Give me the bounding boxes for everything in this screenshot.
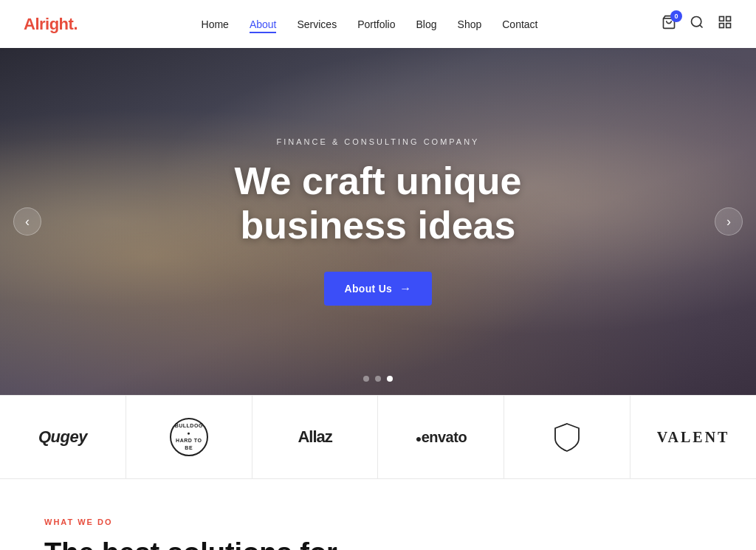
- hero-cta-label: About Us: [345, 283, 393, 295]
- cart-button[interactable]: 0: [662, 15, 676, 33]
- logo-text: Alright: [24, 15, 73, 33]
- slider-dot-1[interactable]: [363, 376, 369, 382]
- partner-logo-envato[interactable]: ●envato: [378, 396, 504, 478]
- nav-icons: 0: [662, 15, 732, 33]
- search-button[interactable]: [690, 15, 704, 33]
- partner-logo-bulldog[interactable]: BULLDOG●HARD TO BE: [126, 396, 252, 478]
- nav-link-home[interactable]: Home: [202, 18, 229, 30]
- hero-content: Finance & Consulting Company We craft un…: [219, 123, 536, 320]
- slider-dot-3[interactable]: [387, 376, 393, 382]
- hero-title-line1: We craft unique: [234, 159, 521, 202]
- shield-logo-icon: [551, 421, 583, 453]
- partner-logo-shield[interactable]: [504, 396, 630, 478]
- nav-item-contact[interactable]: Contact: [502, 18, 537, 31]
- grid-menu-button[interactable]: [718, 15, 732, 33]
- grid-icon: [718, 15, 732, 30]
- bulldog-logo-text: BULLDOG●HARD TO BE: [171, 422, 207, 451]
- cta-arrow-icon: →: [399, 282, 411, 295]
- navbar: Alright. Home About Services Portfolio B…: [0, 0, 756, 48]
- bulldog-logo-circle: BULLDOG●HARD TO BE: [170, 418, 208, 456]
- nav-item-services[interactable]: Services: [297, 18, 337, 31]
- hero-title: We craft unique business ideas: [234, 159, 521, 248]
- allaz-logo-text: Allaz: [298, 427, 331, 447]
- valent-logo-text: VALENT: [657, 429, 730, 446]
- section-tag: What We Do: [44, 518, 712, 526]
- logos-band: Qugey BULLDOG●HARD TO BE Allaz ●envato V…: [0, 395, 756, 479]
- nav-item-home[interactable]: Home: [202, 18, 229, 31]
- nav-item-portfolio[interactable]: Portfolio: [357, 18, 395, 31]
- slider-dots: [363, 376, 393, 382]
- hero-subtitle: Finance & Consulting Company: [234, 137, 521, 146]
- nav-link-blog[interactable]: Blog: [416, 18, 437, 30]
- nav-link-contact[interactable]: Contact: [502, 18, 537, 30]
- slider-next-button[interactable]: ›: [715, 207, 743, 236]
- svg-rect-5: [726, 24, 731, 28]
- svg-rect-4: [720, 24, 724, 28]
- svg-point-1: [692, 17, 701, 27]
- partner-logo-valent[interactable]: VALENT: [630, 396, 756, 478]
- site-logo[interactable]: Alright.: [24, 15, 78, 34]
- hero-cta-button[interactable]: About Us →: [324, 272, 433, 306]
- nav-links: Home About Services Portfolio Blog Shop …: [202, 18, 538, 31]
- partner-logo-allaz[interactable]: Allaz: [252, 396, 379, 478]
- search-icon: [690, 15, 704, 30]
- what-we-do-section: What We Do The best solutions for: [0, 479, 756, 550]
- nav-link-about[interactable]: About: [250, 18, 277, 33]
- hero-title-line2: business ideas: [241, 204, 516, 247]
- nav-link-shop[interactable]: Shop: [458, 18, 482, 30]
- qugey-logo-text: Qugey: [38, 427, 87, 447]
- hero-section: ‹ Finance & Consulting Company We craft …: [0, 48, 756, 395]
- slider-prev-button[interactable]: ‹: [13, 207, 41, 236]
- section-title: The best solutions for: [44, 537, 712, 550]
- nav-item-about[interactable]: About: [250, 18, 277, 31]
- nav-item-shop[interactable]: Shop: [458, 18, 482, 31]
- logo-dot: .: [73, 15, 78, 33]
- cart-badge: 0: [670, 10, 682, 22]
- envato-logo-text: ●envato: [416, 429, 467, 446]
- nav-item-blog[interactable]: Blog: [416, 18, 437, 31]
- nav-link-portfolio[interactable]: Portfolio: [357, 18, 395, 30]
- svg-rect-2: [720, 17, 724, 21]
- partner-logo-qugey[interactable]: Qugey: [0, 396, 126, 478]
- nav-link-services[interactable]: Services: [297, 18, 337, 30]
- slider-dot-2[interactable]: [375, 376, 381, 382]
- svg-rect-3: [726, 17, 731, 21]
